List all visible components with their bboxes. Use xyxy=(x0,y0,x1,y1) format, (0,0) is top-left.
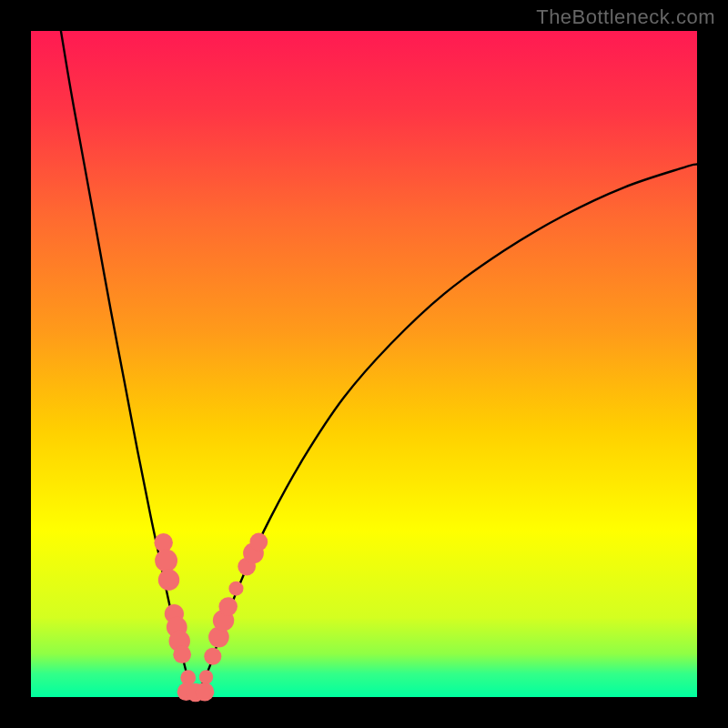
watermark-text: TheBottleneck.com xyxy=(536,5,715,29)
marker-dot xyxy=(228,581,243,596)
marker-dot xyxy=(196,682,215,702)
chart-frame: TheBottleneck.com xyxy=(0,0,728,728)
marker-dot xyxy=(154,533,173,552)
marker-dot xyxy=(204,648,221,665)
gradient-background xyxy=(31,31,697,697)
bottleneck-chart xyxy=(0,0,728,728)
marker-dot xyxy=(155,550,177,572)
marker-dot xyxy=(218,597,237,616)
marker-dot xyxy=(249,533,268,551)
marker-dot xyxy=(158,569,179,590)
marker-dot xyxy=(199,670,213,683)
marker-dot xyxy=(173,645,191,663)
